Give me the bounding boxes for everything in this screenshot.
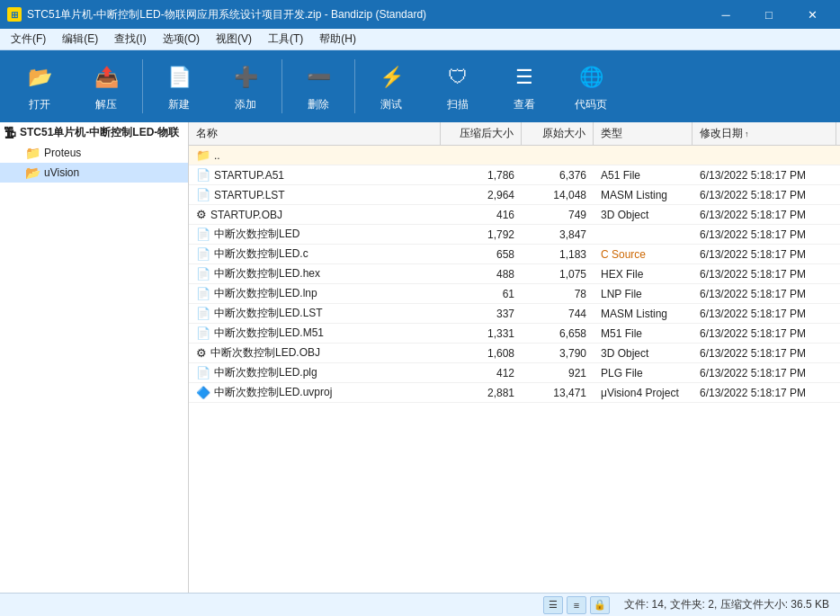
file-row[interactable]: 📄 中断次数控制LED 1,792 3,847 6/13/2022 5:18:1… (189, 225, 840, 245)
file-row[interactable]: 📄 中断次数控制LED.hex 488 1,075 HEX File 6/13/… (189, 264, 840, 284)
toolbar-btn-解压[interactable]: 📤 解压 (74, 55, 139, 118)
file-name: 中断次数控制LED.lnp (214, 286, 317, 301)
file-type-cell: μVision4 Project (594, 387, 693, 399)
file-name-cell: 📄 中断次数控制LED.c (189, 246, 441, 262)
file-size-cell: 416 (441, 209, 522, 221)
file-name-cell: 📄 STARTUP.A51 (189, 168, 441, 182)
file-name: 中断次数控制LED.LST (214, 306, 323, 321)
file-area: 名称 压缩后大小 原始大小 类型 修改日期 ↑ 📁 .. (189, 122, 840, 593)
file-name-cell: 📄 中断次数控制LED.plg (189, 365, 441, 380)
file-name: 中断次数控制LED.hex (214, 266, 320, 281)
file-type-cell: A51 File (594, 169, 693, 182)
file-list: 📁 .. 📄 STARTUP.A51 1,786 6,376 A51 File … (189, 146, 840, 593)
sidebar-proteus-label: Proteus (44, 147, 81, 159)
file-date-cell: 6/13/2022 5:18:17 PM (693, 387, 836, 399)
file-row[interactable]: 📄 中断次数控制LED.c 658 1,183 C Source 6/13/20… (189, 245, 840, 264)
toolbar-btn-打开[interactable]: 📂 打开 (7, 55, 72, 118)
sidebar-root-item[interactable]: 🗜 STC51单片机-中断控制LED-物联 (0, 122, 188, 143)
file-date-cell: 6/13/2022 5:18:17 PM (693, 189, 836, 201)
file-date-cell: 6/13/2022 5:18:17 PM (693, 347, 836, 360)
toolbar-btn-测试[interactable]: ⚡ 测试 (359, 55, 424, 118)
file-row[interactable]: 📄 STARTUP.A51 1,786 6,376 A51 File 6/13/… (189, 165, 840, 185)
folder-icon-proteus: 📁 (25, 146, 40, 160)
view-thumb-icon[interactable]: 🔒 (590, 596, 610, 614)
file-row[interactable]: 📄 中断次数控制LED.M51 1,331 6,658 M51 File 6/1… (189, 324, 840, 344)
file-type-cell: PLG File (594, 367, 693, 379)
file-name: STARTUP.LST (214, 189, 285, 201)
file-row[interactable]: 📄 中断次数控制LED.LST 337 744 MASM Listing 6/1… (189, 304, 840, 324)
file-type-cell: C Source (594, 248, 693, 261)
view-detail-icon[interactable]: ≡ (567, 596, 586, 614)
col-header-size[interactable]: 压缩后大小 (441, 122, 522, 145)
toolbar-icon-新建: 📄 (163, 61, 195, 94)
view-list-icon[interactable]: ☰ (543, 596, 563, 614)
sidebar-item-proteus[interactable]: 📁 Proteus (0, 143, 188, 163)
toolbar-btn-删除[interactable]: ➖ 删除 (286, 55, 351, 118)
file-row[interactable]: 🔷 中断次数控制LED.uvproj 2,881 13,471 μVision4… (189, 383, 840, 403)
file-date-cell: 6/13/2022 5:18:17 PM (693, 248, 836, 261)
col-header-orig[interactable]: 原始大小 (522, 122, 594, 145)
main-area: 🗜 STC51单片机-中断控制LED-物联 📁 Proteus 📂 uVisio… (0, 122, 840, 593)
file-orig-cell: 14,048 (522, 189, 594, 201)
file-name: 中断次数控制LED.M51 (214, 326, 324, 341)
folder-icon-uvision: 📂 (25, 165, 40, 180)
menu-item-v[interactable]: 视图(V) (209, 30, 259, 49)
toolbar-btn-查看[interactable]: ☰ 查看 (492, 55, 557, 118)
maximize-button[interactable]: □ (748, 0, 790, 29)
file-size-cell: 658 (441, 248, 522, 261)
sort-arrow: ↑ (745, 129, 749, 138)
file-date-cell: 6/13/2022 5:18:17 PM (693, 268, 836, 281)
toolbar-btn-代码页[interactable]: 🌐 代码页 (559, 55, 623, 118)
file-icon: ⚙ (196, 346, 207, 360)
file-orig-cell: 6,376 (522, 169, 594, 182)
toolbar-btn-添加[interactable]: ➕ 添加 (213, 55, 278, 118)
sidebar-item-uvision[interactable]: 📂 uVision (0, 163, 188, 183)
file-row[interactable]: 📄 STARTUP.LST 2,964 14,048 MASM Listing … (189, 185, 840, 205)
col-header-type[interactable]: 类型 (594, 122, 693, 145)
toolbar-btn-新建[interactable]: 📄 新建 (147, 55, 211, 118)
file-type-cell: HEX File (594, 268, 693, 281)
file-date-cell: 6/13/2022 5:18:17 PM (693, 288, 836, 300)
file-icon: 📄 (196, 188, 210, 201)
file-orig-cell: 744 (522, 308, 594, 320)
menu-item-t[interactable]: 工具(T) (261, 30, 310, 49)
file-icon: ⚙ (196, 208, 207, 221)
minimize-button[interactable]: ─ (705, 0, 746, 29)
file-type-cell: LNP File (594, 288, 693, 300)
file-row[interactable]: 📄 中断次数控制LED.lnp 61 78 LNP File 6/13/2022… (189, 284, 840, 304)
file-size-cell: 61 (441, 288, 522, 300)
file-row[interactable]: 📁 .. (189, 146, 840, 165)
col-header-date[interactable]: 修改日期 ↑ (693, 122, 836, 145)
menu-item-e[interactable]: 编辑(E) (55, 30, 105, 49)
toolbar-btn-扫描[interactable]: 🛡 扫描 (425, 55, 490, 118)
app-icon: ⊞ (7, 7, 22, 22)
file-size-cell: 412 (441, 367, 522, 379)
menu-item-i[interactable]: 查找(I) (107, 30, 153, 49)
file-date-cell: 6/13/2022 5:18:17 PM (693, 367, 836, 379)
file-row[interactable]: 📄 中断次数控制LED.plg 412 921 PLG File 6/13/20… (189, 363, 840, 383)
toolbar-icon-查看: ☰ (508, 61, 541, 94)
file-type-cell: 3D Object (594, 347, 693, 360)
file-date-cell: 6/13/2022 5:18:17 PM (693, 327, 836, 340)
file-size-cell: 1,792 (441, 228, 522, 241)
file-orig-cell: 13,471 (522, 387, 594, 399)
menu-item-f[interactable]: 文件(F) (4, 30, 53, 49)
file-row[interactable]: ⚙ 中断次数控制LED.OBJ 1,608 3,790 3D Object 6/… (189, 344, 840, 363)
file-type-cell: MASM Listing (594, 189, 693, 201)
col-header-name[interactable]: 名称 (189, 122, 441, 145)
close-button[interactable]: ✕ (791, 0, 833, 29)
menu-item-o[interactable]: 选项(O) (156, 30, 207, 49)
file-name-cell: 🔷 中断次数控制LED.uvproj (189, 385, 441, 400)
toolbar-icon-打开: 📂 (23, 61, 56, 94)
title-bar-left: ⊞ STC51单片机-中断控制LED-物联网应用系统设计项目开发.zip - B… (7, 7, 426, 22)
file-row[interactable]: ⚙ STARTUP.OBJ 416 749 3D Object 6/13/202… (189, 205, 840, 225)
file-orig-cell: 3,847 (522, 228, 594, 241)
file-name: 中断次数控制LED.plg (214, 365, 317, 380)
file-name: 中断次数控制LED.uvproj (214, 385, 332, 400)
menu-item-h[interactable]: 帮助(H) (312, 30, 363, 49)
window-controls: ─ □ ✕ (705, 0, 833, 29)
toolbar-label-新建: 新建 (168, 97, 190, 112)
toolbar-icon-测试: ⚡ (375, 61, 407, 94)
file-icon: 🔷 (196, 386, 210, 399)
file-size-cell: 1,331 (441, 327, 522, 340)
